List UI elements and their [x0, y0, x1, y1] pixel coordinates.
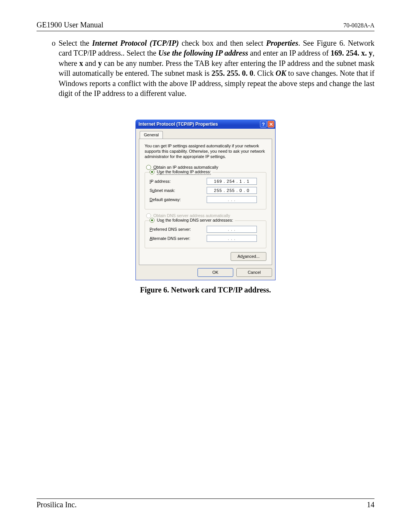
- page-header: GE1900 User Manual 70-0028A-A: [37, 21, 374, 31]
- para-text: OK: [276, 69, 286, 77]
- ok-button[interactable]: OK: [198, 268, 233, 277]
- dialog-titlebar[interactable]: Internet Protocol (TCP/IP) Properties ? …: [135, 120, 276, 129]
- input-subnet-mask[interactable]: 255 . 255 . 0 . 0: [207, 187, 257, 194]
- para-text: 255. 255. 0. 0: [212, 69, 253, 77]
- para-text: check box and then select: [179, 39, 266, 47]
- help-button[interactable]: ?: [260, 121, 267, 128]
- cancel-button[interactable]: Cancel: [236, 268, 272, 277]
- radio-label: Obtain DNS server address automatically: [153, 213, 230, 218]
- close-button[interactable]: ✕: [268, 121, 274, 128]
- input-default-gateway[interactable]: . . .: [207, 196, 257, 203]
- figure-caption: Figure 6. Network card TCP/IP address.: [37, 286, 374, 294]
- ip-address-group: Use the following IP address: IP address…: [145, 172, 266, 209]
- para-text: Internet Protocol (TCP/IP): [92, 39, 179, 47]
- dialog-description: You can get IP settings assigned automat…: [145, 144, 266, 159]
- label-preferred-dns: Preferred DNS server:: [150, 227, 207, 232]
- label-ip-address: IP address:: [150, 179, 207, 184]
- radio-label: Obtain an IP address automatically: [153, 165, 218, 169]
- input-alternate-dns[interactable]: . . .: [207, 235, 257, 242]
- tab-general[interactable]: General: [140, 131, 163, 139]
- footer-company: Prosilica Inc.: [37, 500, 77, 509]
- para-text: x: [79, 59, 83, 67]
- tcpip-properties-dialog: Internet Protocol (TCP/IP) Properties ? …: [135, 120, 276, 280]
- header-title: GE1900 User Manual: [37, 21, 104, 29]
- para-text: and enter an IP address of: [248, 49, 331, 57]
- list-bullet: o: [37, 38, 59, 98]
- para-text: y: [98, 59, 102, 67]
- body-paragraph: o Select the Internet Protocol (TCP/IP) …: [37, 38, 374, 98]
- label-subnet-mask: Subnet mask:: [150, 188, 207, 193]
- header-docnum: 70-0028A-A: [343, 22, 374, 29]
- label-default-gateway: Default gateway:: [150, 197, 207, 202]
- para-text: and: [83, 59, 98, 67]
- radio-use-following-ip[interactable]: [150, 169, 155, 174]
- input-preferred-dns[interactable]: . . .: [207, 226, 257, 233]
- para-text: . Click: [253, 69, 276, 77]
- para-text: Properties: [266, 39, 298, 47]
- page-footer: Prosilica Inc. 14: [37, 498, 374, 509]
- para-text: Select the: [59, 39, 92, 47]
- radio-label: Use the following DNS server addresses:: [157, 218, 233, 222]
- advanced-button[interactable]: Advanced...: [231, 252, 266, 261]
- para-text: 169. 254. x. y: [331, 49, 373, 57]
- input-ip-address[interactable]: 169 . 254 . 1 . 1: [207, 178, 257, 185]
- radio-label: Use the following IP address:: [157, 169, 211, 175]
- label-alternate-dns: Alternate DNS server:: [150, 236, 207, 241]
- footer-pagenum: 14: [367, 500, 374, 509]
- para-text: Use the following IP address: [158, 49, 248, 57]
- dns-group: Use the following DNS server addresses: …: [145, 220, 266, 248]
- radio-use-following-dns[interactable]: [150, 218, 155, 223]
- dialog-title: Internet Protocol (TCP/IP) Properties: [139, 121, 259, 127]
